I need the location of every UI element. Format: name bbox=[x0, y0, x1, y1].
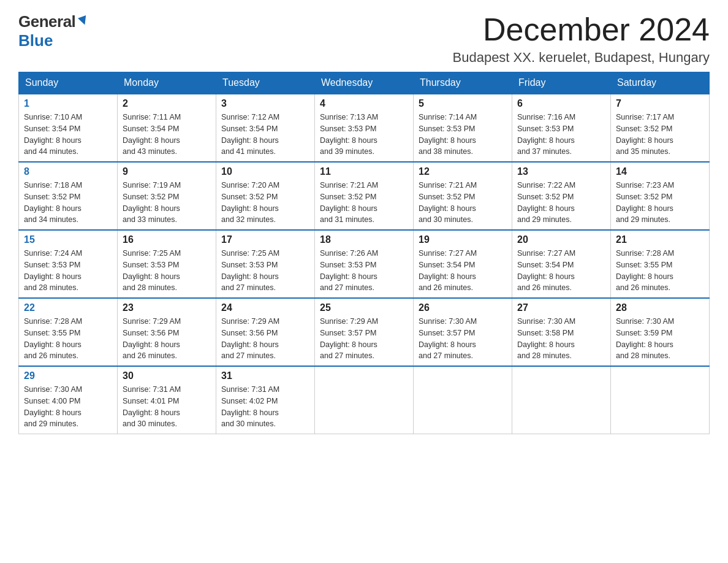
day-info: Sunrise: 7:22 AMSunset: 3:52 PMDaylight:… bbox=[517, 180, 605, 226]
day-number: 22 bbox=[24, 302, 112, 313]
day-number: 3 bbox=[221, 98, 309, 109]
day-info: Sunrise: 7:14 AMSunset: 3:53 PMDaylight:… bbox=[419, 112, 507, 158]
weekday-header-saturday: Saturday bbox=[611, 72, 710, 94]
day-info: Sunrise: 7:25 AMSunset: 3:53 PMDaylight:… bbox=[221, 248, 309, 294]
day-info: Sunrise: 7:28 AMSunset: 3:55 PMDaylight:… bbox=[616, 248, 704, 294]
day-info: Sunrise: 7:29 AMSunset: 3:56 PMDaylight:… bbox=[221, 316, 309, 362]
day-number: 10 bbox=[221, 166, 309, 177]
day-number: 12 bbox=[419, 166, 507, 177]
calendar-cell: 8Sunrise: 7:18 AMSunset: 3:52 PMDaylight… bbox=[19, 162, 118, 230]
day-number: 6 bbox=[517, 98, 605, 109]
calendar-cell bbox=[611, 366, 710, 434]
weekday-header-row: SundayMondayTuesdayWednesdayThursdayFrid… bbox=[19, 72, 710, 94]
calendar-cell: 18Sunrise: 7:26 AMSunset: 3:53 PMDayligh… bbox=[315, 230, 414, 298]
day-info: Sunrise: 7:27 AMSunset: 3:54 PMDaylight:… bbox=[419, 248, 507, 294]
calendar-cell: 15Sunrise: 7:24 AMSunset: 3:53 PMDayligh… bbox=[19, 230, 118, 298]
day-number: 7 bbox=[616, 98, 704, 109]
day-info: Sunrise: 7:30 AMSunset: 3:59 PMDaylight:… bbox=[616, 316, 704, 362]
calendar-cell: 26Sunrise: 7:30 AMSunset: 3:57 PMDayligh… bbox=[414, 298, 512, 366]
day-info: Sunrise: 7:25 AMSunset: 3:53 PMDaylight:… bbox=[123, 248, 211, 294]
calendar-cell: 7Sunrise: 7:17 AMSunset: 3:52 PMDaylight… bbox=[611, 94, 710, 162]
day-number: 27 bbox=[517, 302, 605, 313]
calendar-cell: 3Sunrise: 7:12 AMSunset: 3:54 PMDaylight… bbox=[216, 94, 315, 162]
logo-blue-text: Blue bbox=[18, 31, 53, 50]
day-info: Sunrise: 7:13 AMSunset: 3:53 PMDaylight:… bbox=[320, 112, 408, 158]
calendar-cell: 19Sunrise: 7:27 AMSunset: 3:54 PMDayligh… bbox=[414, 230, 512, 298]
day-number: 13 bbox=[517, 166, 605, 177]
day-info: Sunrise: 7:31 AMSunset: 4:02 PMDaylight:… bbox=[221, 384, 309, 430]
day-number: 29 bbox=[24, 370, 112, 381]
day-number: 19 bbox=[419, 234, 507, 245]
calendar-cell: 21Sunrise: 7:28 AMSunset: 3:55 PMDayligh… bbox=[611, 230, 710, 298]
day-info: Sunrise: 7:30 AMSunset: 3:57 PMDaylight:… bbox=[419, 316, 507, 362]
day-number: 1 bbox=[24, 98, 112, 109]
day-number: 28 bbox=[616, 302, 704, 313]
month-title: December 2024 bbox=[453, 12, 710, 47]
calendar-cell: 27Sunrise: 7:30 AMSunset: 3:58 PMDayligh… bbox=[512, 298, 611, 366]
calendar-table: SundayMondayTuesdayWednesdayThursdayFrid… bbox=[18, 72, 710, 434]
calendar-cell: 1Sunrise: 7:10 AMSunset: 3:54 PMDaylight… bbox=[19, 94, 118, 162]
day-info: Sunrise: 7:26 AMSunset: 3:53 PMDaylight:… bbox=[320, 248, 408, 294]
day-number: 30 bbox=[123, 370, 211, 381]
day-info: Sunrise: 7:23 AMSunset: 3:52 PMDaylight:… bbox=[616, 180, 704, 226]
calendar-cell: 14Sunrise: 7:23 AMSunset: 3:52 PMDayligh… bbox=[611, 162, 710, 230]
day-number: 21 bbox=[616, 234, 704, 245]
day-number: 18 bbox=[320, 234, 408, 245]
day-info: Sunrise: 7:24 AMSunset: 3:53 PMDaylight:… bbox=[24, 248, 112, 294]
day-number: 9 bbox=[123, 166, 211, 177]
calendar-cell: 23Sunrise: 7:29 AMSunset: 3:56 PMDayligh… bbox=[118, 298, 216, 366]
calendar-cell: 10Sunrise: 7:20 AMSunset: 3:52 PMDayligh… bbox=[216, 162, 315, 230]
calendar-cell: 5Sunrise: 7:14 AMSunset: 3:53 PMDaylight… bbox=[414, 94, 512, 162]
logo: General Blue bbox=[18, 12, 90, 50]
day-info: Sunrise: 7:31 AMSunset: 4:01 PMDaylight:… bbox=[123, 384, 211, 430]
calendar-cell bbox=[512, 366, 611, 434]
calendar-cell: 25Sunrise: 7:29 AMSunset: 3:57 PMDayligh… bbox=[315, 298, 414, 366]
day-number: 24 bbox=[221, 302, 309, 313]
weekday-header-thursday: Thursday bbox=[414, 72, 512, 94]
svg-marker-0 bbox=[78, 15, 89, 26]
calendar-cell: 16Sunrise: 7:25 AMSunset: 3:53 PMDayligh… bbox=[118, 230, 216, 298]
day-info: Sunrise: 7:29 AMSunset: 3:57 PMDaylight:… bbox=[320, 316, 408, 362]
day-number: 11 bbox=[320, 166, 408, 177]
day-number: 17 bbox=[221, 234, 309, 245]
calendar-cell: 20Sunrise: 7:27 AMSunset: 3:54 PMDayligh… bbox=[512, 230, 611, 298]
day-info: Sunrise: 7:20 AMSunset: 3:52 PMDaylight:… bbox=[221, 180, 309, 226]
weekday-header-friday: Friday bbox=[512, 72, 611, 94]
calendar-cell: 13Sunrise: 7:22 AMSunset: 3:52 PMDayligh… bbox=[512, 162, 611, 230]
day-number: 8 bbox=[24, 166, 112, 177]
logo-arrow-icon bbox=[77, 14, 90, 30]
calendar-cell: 30Sunrise: 7:31 AMSunset: 4:01 PMDayligh… bbox=[118, 366, 216, 434]
title-section: December 2024 Budapest XX. keruelet, Bud… bbox=[453, 12, 710, 66]
day-number: 2 bbox=[123, 98, 211, 109]
day-info: Sunrise: 7:17 AMSunset: 3:52 PMDaylight:… bbox=[616, 112, 704, 158]
calendar-cell: 22Sunrise: 7:28 AMSunset: 3:55 PMDayligh… bbox=[19, 298, 118, 366]
calendar-cell: 9Sunrise: 7:19 AMSunset: 3:52 PMDaylight… bbox=[118, 162, 216, 230]
day-number: 14 bbox=[616, 166, 704, 177]
day-info: Sunrise: 7:27 AMSunset: 3:54 PMDaylight:… bbox=[517, 248, 605, 294]
page-header: General Blue December 2024 Budapest XX. … bbox=[18, 12, 710, 66]
day-info: Sunrise: 7:21 AMSunset: 3:52 PMDaylight:… bbox=[320, 180, 408, 226]
day-number: 4 bbox=[320, 98, 408, 109]
day-info: Sunrise: 7:18 AMSunset: 3:52 PMDaylight:… bbox=[24, 180, 112, 226]
logo-general-text: General bbox=[18, 12, 75, 31]
calendar-cell: 2Sunrise: 7:11 AMSunset: 3:54 PMDaylight… bbox=[118, 94, 216, 162]
day-info: Sunrise: 7:11 AMSunset: 3:54 PMDaylight:… bbox=[123, 112, 211, 158]
day-info: Sunrise: 7:19 AMSunset: 3:52 PMDaylight:… bbox=[123, 180, 211, 226]
weekday-header-tuesday: Tuesday bbox=[216, 72, 315, 94]
day-info: Sunrise: 7:28 AMSunset: 3:55 PMDaylight:… bbox=[24, 316, 112, 362]
day-number: 25 bbox=[320, 302, 408, 313]
week-row-3: 15Sunrise: 7:24 AMSunset: 3:53 PMDayligh… bbox=[19, 230, 710, 298]
calendar-cell: 29Sunrise: 7:30 AMSunset: 4:00 PMDayligh… bbox=[19, 366, 118, 434]
location-subtitle: Budapest XX. keruelet, Budapest, Hungary bbox=[453, 50, 710, 66]
day-number: 26 bbox=[419, 302, 507, 313]
calendar-cell: 11Sunrise: 7:21 AMSunset: 3:52 PMDayligh… bbox=[315, 162, 414, 230]
week-row-4: 22Sunrise: 7:28 AMSunset: 3:55 PMDayligh… bbox=[19, 298, 710, 366]
day-number: 23 bbox=[123, 302, 211, 313]
day-info: Sunrise: 7:30 AMSunset: 4:00 PMDaylight:… bbox=[24, 384, 112, 430]
weekday-header-sunday: Sunday bbox=[19, 72, 118, 94]
day-number: 31 bbox=[221, 370, 309, 381]
day-info: Sunrise: 7:12 AMSunset: 3:54 PMDaylight:… bbox=[221, 112, 309, 158]
day-number: 15 bbox=[24, 234, 112, 245]
calendar-cell: 12Sunrise: 7:21 AMSunset: 3:52 PMDayligh… bbox=[414, 162, 512, 230]
calendar-cell: 6Sunrise: 7:16 AMSunset: 3:53 PMDaylight… bbox=[512, 94, 611, 162]
